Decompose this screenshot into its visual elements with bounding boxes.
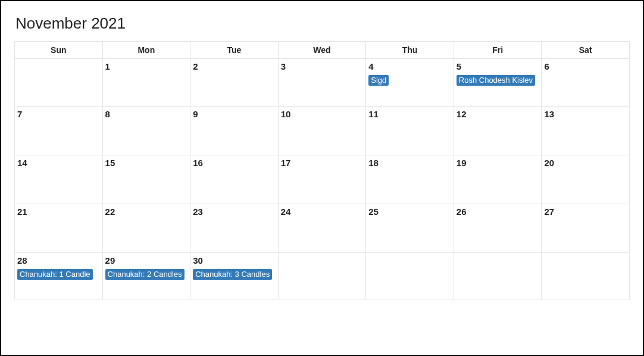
day-cell[interactable]: 13 bbox=[542, 107, 630, 155]
day-number: 4 bbox=[368, 61, 451, 71]
day-cell[interactable] bbox=[454, 253, 542, 299]
day-cell[interactable]: 24 bbox=[278, 204, 366, 253]
day-number: 23 bbox=[193, 207, 276, 217]
day-number: 29 bbox=[105, 255, 188, 266]
calendar-week-row: 1234Sigd5Rosh Chodesh Kislev6 bbox=[15, 59, 630, 107]
day-number: 22 bbox=[105, 207, 188, 217]
day-number: 17 bbox=[281, 158, 364, 168]
weekday-header: Tue bbox=[190, 42, 279, 59]
day-cell[interactable] bbox=[278, 253, 366, 299]
day-number: 16 bbox=[193, 158, 276, 168]
day-number: 24 bbox=[281, 207, 364, 217]
day-number: 12 bbox=[457, 109, 539, 119]
day-cell[interactable]: 2 bbox=[190, 59, 279, 107]
calendar-event[interactable]: Chanukah: 2 Candles bbox=[105, 269, 185, 280]
day-number: 19 bbox=[457, 158, 539, 168]
weekday-header: Fri bbox=[454, 42, 542, 59]
day-cell[interactable]: 19 bbox=[454, 155, 542, 204]
day-cell[interactable] bbox=[366, 253, 454, 299]
day-number: 18 bbox=[368, 158, 451, 168]
day-number: 28 bbox=[17, 255, 100, 266]
day-cell[interactable]: 21 bbox=[15, 204, 103, 253]
day-number: 21 bbox=[17, 207, 100, 217]
day-number: 7 bbox=[17, 109, 100, 119]
calendar-event[interactable]: Chanukah: 3 Candles bbox=[193, 269, 272, 280]
weekday-header-row: Sun Mon Tue Wed Thu Fri Sat bbox=[15, 42, 630, 59]
day-cell[interactable]: 1 bbox=[102, 59, 190, 107]
weekday-header: Wed bbox=[278, 42, 366, 59]
day-number: 30 bbox=[193, 255, 276, 266]
weekday-header: Mon bbox=[102, 42, 190, 59]
day-cell[interactable]: 9 bbox=[190, 107, 279, 155]
day-cell[interactable]: 28Chanukah: 1 Candle bbox=[15, 253, 103, 299]
day-cell[interactable]: 4Sigd bbox=[366, 59, 454, 107]
day-cell[interactable]: 5Rosh Chodesh Kislev bbox=[454, 59, 542, 107]
calendar-week-row: 21222324252627 bbox=[15, 204, 630, 253]
day-cell[interactable]: 7 bbox=[15, 107, 103, 155]
day-number: 9 bbox=[193, 109, 276, 119]
day-number: 2 bbox=[193, 61, 276, 71]
day-cell[interactable]: 12 bbox=[454, 107, 542, 155]
day-cell[interactable]: 30Chanukah: 3 Candles bbox=[190, 253, 279, 299]
day-cell[interactable]: 11 bbox=[366, 107, 454, 155]
day-number: 26 bbox=[457, 207, 539, 217]
day-cell[interactable]: 20 bbox=[542, 155, 630, 204]
calendar-event[interactable]: Rosh Chodesh Kislev bbox=[457, 75, 535, 86]
day-cell[interactable]: 10 bbox=[278, 107, 366, 155]
day-cell[interactable] bbox=[542, 253, 630, 299]
day-cell[interactable]: 18 bbox=[366, 155, 454, 204]
day-number: 25 bbox=[368, 207, 451, 217]
weekday-header: Thu bbox=[366, 42, 454, 59]
day-number: 15 bbox=[105, 158, 188, 168]
day-cell[interactable]: 17 bbox=[278, 155, 366, 204]
day-number: 13 bbox=[544, 109, 627, 119]
calendar-event[interactable]: Sigd bbox=[368, 75, 389, 86]
day-number: 5 bbox=[457, 61, 539, 71]
day-cell[interactable]: 6 bbox=[542, 59, 630, 107]
day-cell[interactable]: 15 bbox=[102, 155, 190, 204]
day-cell[interactable]: 8 bbox=[102, 107, 190, 155]
calendar-title: November 2021 bbox=[15, 14, 630, 33]
day-cell[interactable]: 14 bbox=[15, 155, 103, 204]
day-number: 20 bbox=[544, 158, 627, 168]
day-number: 14 bbox=[17, 158, 100, 168]
weekday-header: Sun bbox=[15, 42, 103, 59]
day-number: 6 bbox=[544, 61, 627, 71]
day-cell[interactable]: 16 bbox=[190, 155, 279, 204]
day-cell[interactable]: 22 bbox=[102, 204, 190, 253]
day-number: 11 bbox=[368, 109, 451, 119]
calendar-grid: Sun Mon Tue Wed Thu Fri Sat 1234Sigd5Ros… bbox=[14, 41, 630, 299]
day-number: 27 bbox=[544, 207, 627, 217]
calendar-week-row: 28Chanukah: 1 Candle29Chanukah: 2 Candle… bbox=[15, 253, 630, 299]
day-number: 10 bbox=[281, 109, 364, 119]
day-cell[interactable]: 23 bbox=[190, 204, 279, 253]
day-number: 8 bbox=[105, 109, 188, 119]
calendar-event[interactable]: Chanukah: 1 Candle bbox=[17, 269, 93, 280]
calendar-week-row: 78910111213 bbox=[15, 107, 630, 155]
day-cell[interactable]: 25 bbox=[366, 204, 454, 253]
day-cell[interactable] bbox=[15, 59, 103, 107]
day-cell[interactable]: 29Chanukah: 2 Candles bbox=[102, 253, 190, 299]
day-number: 1 bbox=[105, 61, 188, 71]
day-cell[interactable]: 3 bbox=[278, 59, 366, 107]
day-cell[interactable]: 27 bbox=[542, 204, 630, 253]
day-number: 3 bbox=[281, 61, 364, 71]
weekday-header: Sat bbox=[542, 42, 630, 59]
day-cell[interactable]: 26 bbox=[454, 204, 542, 253]
calendar-week-row: 14151617181920 bbox=[15, 155, 630, 204]
